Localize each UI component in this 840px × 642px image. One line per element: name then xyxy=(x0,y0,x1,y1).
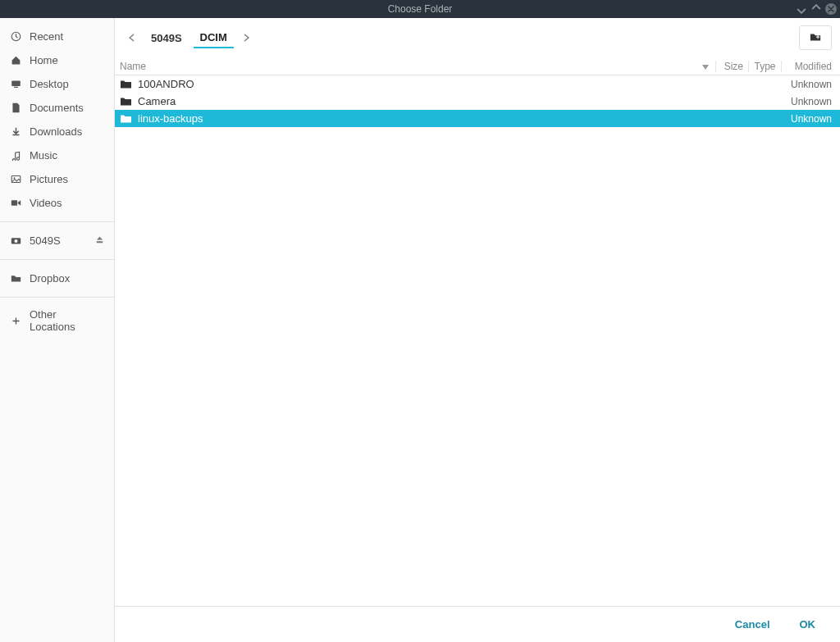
column-header-size[interactable]: Size xyxy=(715,61,748,72)
content-pane: 5049S DCIM Name Size Type Modified 100AN… xyxy=(115,18,840,642)
folder-icon xyxy=(120,79,131,90)
places-sidebar: Recent Home Desktop Documents Downloads … xyxy=(0,18,115,642)
folder-row[interactable]: linux-backups Unknown xyxy=(115,110,840,127)
file-list: 100ANDRO Unknown Camera Unknown linux-ba… xyxy=(115,75,840,606)
window-titlebar: Choose Folder xyxy=(0,0,840,18)
breadcrumb-forward-icon[interactable] xyxy=(239,30,255,46)
svg-point-4 xyxy=(13,177,15,179)
sidebar-places-group: Recent Home Desktop Documents Downloads … xyxy=(0,23,114,216)
column-header-name[interactable]: Name xyxy=(120,61,715,72)
desktop-icon xyxy=(10,79,21,90)
document-icon xyxy=(10,102,21,114)
folder-icon xyxy=(10,273,21,285)
video-icon xyxy=(10,198,21,209)
folder-row[interactable]: Camera Unknown xyxy=(115,93,840,110)
download-icon xyxy=(10,126,21,138)
file-name: linux-backups xyxy=(138,112,781,125)
svg-rect-5 xyxy=(11,200,16,206)
folder-icon xyxy=(120,113,131,125)
sidebar-item-desktop[interactable]: Desktop xyxy=(0,72,114,96)
sidebar-item-downloads[interactable]: Downloads xyxy=(0,120,114,143)
sidebar-item-label: Music xyxy=(30,149,104,162)
breadcrumb-back-icon[interactable] xyxy=(123,30,139,46)
sidebar-item-label: Pictures xyxy=(30,173,104,185)
file-name: 100ANDRO xyxy=(138,78,781,90)
close-icon[interactable] xyxy=(825,3,837,15)
sidebar-item-dropbox[interactable]: Dropbox xyxy=(0,266,114,290)
folder-icon xyxy=(120,96,131,107)
column-header-modified[interactable]: Modified xyxy=(781,61,832,72)
breadcrumb-dcim[interactable]: DCIM xyxy=(194,28,234,48)
sidebar-bookmarks-group: Dropbox xyxy=(0,265,114,292)
cancel-button[interactable]: Cancel xyxy=(735,618,770,631)
sidebar-item-pictures[interactable]: Pictures xyxy=(0,167,114,191)
sidebar-separator xyxy=(0,297,114,298)
sidebar-item-label: Home xyxy=(30,54,104,66)
sidebar-separator xyxy=(0,221,114,222)
sort-descending-icon xyxy=(702,61,709,72)
sidebar-item-label: Desktop xyxy=(30,78,104,90)
folder-row[interactable]: 100ANDRO Unknown xyxy=(115,75,840,93)
minimize-icon[interactable] xyxy=(796,3,807,15)
sidebar-item-home[interactable]: Home xyxy=(0,48,114,72)
sidebar-item-music[interactable]: Music xyxy=(0,143,114,167)
sidebar-item-device-5049s[interactable]: 5049S xyxy=(0,229,114,253)
sidebar-item-label: Videos xyxy=(30,197,104,209)
sidebar-item-label: Dropbox xyxy=(30,272,104,285)
file-name: Camera xyxy=(138,95,781,107)
dialog-action-bar: Cancel OK xyxy=(115,606,840,642)
sidebar-item-recent[interactable]: Recent xyxy=(0,25,114,48)
window-title: Choose Folder xyxy=(388,3,453,15)
sidebar-item-videos[interactable]: Videos xyxy=(0,191,114,215)
svg-rect-1 xyxy=(11,80,21,86)
file-modified: Unknown xyxy=(781,79,832,90)
music-icon xyxy=(10,150,21,162)
eject-icon[interactable] xyxy=(95,234,104,247)
home-icon xyxy=(10,55,21,66)
camera-device-icon xyxy=(10,235,21,247)
svg-rect-9 xyxy=(818,34,819,38)
maximize-icon[interactable] xyxy=(810,3,822,15)
sidebar-devices-group: 5049S xyxy=(0,227,114,254)
column-header-type[interactable]: Type xyxy=(748,61,781,72)
sidebar-item-other-locations[interactable]: Other Locations xyxy=(0,303,114,339)
file-modified: Unknown xyxy=(781,113,832,125)
breadcrumb-5049s[interactable]: 5049S xyxy=(144,29,189,48)
sidebar-item-label: Downloads xyxy=(30,125,104,138)
sidebar-item-label: 5049S xyxy=(30,234,87,247)
file-modified: Unknown xyxy=(781,96,832,107)
new-folder-icon xyxy=(810,31,821,45)
breadcrumb-bar: 5049S DCIM xyxy=(115,18,840,57)
sidebar-item-label: Documents xyxy=(30,102,104,114)
sidebar-item-label: Recent xyxy=(30,30,104,43)
sidebar-separator xyxy=(0,259,114,260)
svg-rect-2 xyxy=(14,87,18,88)
column-headers: Name Size Type Modified xyxy=(115,57,840,75)
ok-button[interactable]: OK xyxy=(800,618,816,631)
svg-point-7 xyxy=(14,239,17,243)
new-folder-button[interactable] xyxy=(799,25,832,50)
window-controls xyxy=(796,3,837,15)
clock-icon xyxy=(10,31,21,43)
sidebar-item-documents[interactable]: Documents xyxy=(0,96,114,120)
pictures-icon xyxy=(10,174,21,185)
sidebar-item-label: Other Locations xyxy=(30,308,104,333)
plus-icon xyxy=(10,315,21,326)
